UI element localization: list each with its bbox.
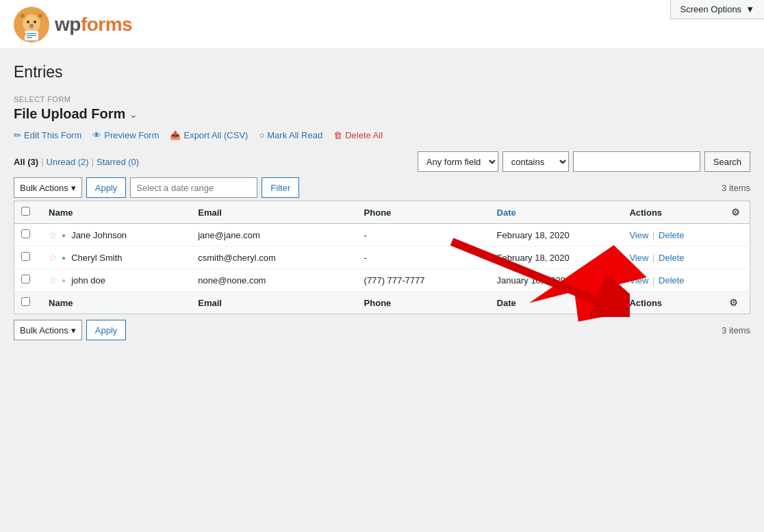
row-name-3: ☆ ● john doe <box>42 269 191 292</box>
table-header-row: Name Email Phone Date Actions <box>14 201 750 224</box>
row-actions-2: View | Delete <box>622 246 722 269</box>
row-gear-2 <box>722 246 750 269</box>
delete-link-3[interactable]: Delete <box>659 275 685 286</box>
svg-point-7 <box>27 21 29 23</box>
filter-links: All (3) | Unread (2) | Starred (0) <box>14 157 139 167</box>
bulk-actions-top-select[interactable]: Bulk Actions ▾ <box>14 177 82 198</box>
svg-point-6 <box>38 14 42 18</box>
table-footer-row: Name Email Phone Date Actions <box>14 292 750 314</box>
apply-bottom-button[interactable]: Apply <box>86 320 127 340</box>
filter-unread[interactable]: Unread (2) <box>47 157 89 167</box>
name-header: Name <box>42 201 191 224</box>
table-row: ☆ ● john doe none@none.com (777) 777-777… <box>14 269 750 292</box>
row-date-2: February 18, 2020 <box>490 246 623 269</box>
row-phone-3: (777) 777-7777 <box>357 269 490 292</box>
name-value-1: Jane Johnson <box>71 230 127 240</box>
gear-footer[interactable]: ⚙ <box>722 292 750 314</box>
export-icon: 📤 <box>170 130 181 140</box>
star-icon-2[interactable]: ☆ <box>49 252 58 263</box>
export-csv-link[interactable]: 📤 Export All (CSV) <box>170 130 248 140</box>
select-all-checkbox[interactable] <box>21 207 30 216</box>
row-email-1: jane@jane.com <box>191 224 357 246</box>
preview-form-link[interactable]: 👁 Preview Form <box>92 130 159 140</box>
preview-form-label: Preview Form <box>104 130 159 140</box>
row-phone-2: - <box>357 246 490 269</box>
select-all-checkbox-bottom[interactable] <box>21 297 30 306</box>
bulk-actions-bottom-label: Bulk Actions <box>20 325 68 335</box>
row-check-2 <box>14 246 42 269</box>
row-checkbox-2[interactable] <box>21 252 30 261</box>
delete-link-2[interactable]: Delete <box>659 253 685 263</box>
phone-header: Phone <box>357 201 490 224</box>
screen-options-button[interactable]: Screen Options ▼ <box>670 0 764 19</box>
row-name-1: ☆ ● Jane Johnson <box>42 224 191 246</box>
select-form-label: SELECT FORM <box>14 95 750 103</box>
edit-form-label: Edit This Form <box>24 130 81 140</box>
row-actions-1: View | Delete <box>622 224 722 246</box>
eye-icon: 👁 <box>92 130 101 140</box>
read-dot-3[interactable]: ● <box>62 277 66 284</box>
bulk-actions-top-label: Bulk Actions <box>20 183 68 193</box>
screen-options-label: Screen Options <box>680 4 742 14</box>
read-dot-2[interactable]: ● <box>62 254 66 262</box>
star-icon-3[interactable]: ☆ <box>49 275 58 286</box>
entries-table: Name Email Phone Date Actions <box>14 201 750 314</box>
search-area: Any form field Name Email Phone contains… <box>418 151 750 172</box>
mark-all-read-label: Mark All Read <box>267 130 322 140</box>
gear-icon[interactable]: ⚙ <box>731 207 740 218</box>
filter-button[interactable]: Filter <box>262 177 299 198</box>
svg-point-4 <box>21 14 25 18</box>
circle-icon: ○ <box>259 130 264 140</box>
row-phone-1: - <box>357 224 490 246</box>
form-name: File Upload Form <box>14 106 125 122</box>
search-field-select[interactable]: Any form field Name Email Phone <box>418 151 498 172</box>
search-input[interactable] <box>573 151 700 172</box>
svg-point-9 <box>29 24 34 27</box>
bulk-actions-top-row: Bulk Actions ▾ Apply Filter 3 items <box>14 177 750 198</box>
delete-link-1[interactable]: Delete <box>659 230 685 240</box>
row-checkbox-3[interactable] <box>21 275 30 283</box>
filter-starred[interactable]: Starred (0) <box>97 157 139 167</box>
email-header: Email <box>191 201 357 224</box>
edit-form-link[interactable]: ✏ Edit This Form <box>14 130 81 140</box>
filter-all[interactable]: All (3) <box>14 157 38 167</box>
row-actions-3: View | Delete <box>622 269 722 292</box>
row-check-1 <box>14 224 42 246</box>
gear-icon-footer[interactable]: ⚙ <box>729 297 738 308</box>
view-link-2[interactable]: View <box>629 253 648 263</box>
delete-all-link[interactable]: 🗑 Delete All <box>333 130 383 140</box>
search-condition-select[interactable]: contains equals starts with <box>502 151 569 172</box>
star-icon-1[interactable]: ☆ <box>49 229 58 240</box>
row-email-3: none@none.com <box>191 269 357 292</box>
select-all-header <box>14 201 42 224</box>
actions-footer: Actions <box>622 292 722 314</box>
name-value-2: Cheryl Smith <box>71 253 122 263</box>
view-link-1[interactable]: View <box>629 230 648 240</box>
read-dot-1[interactable]: ● <box>62 231 66 239</box>
edit-icon: ✏ <box>14 130 21 140</box>
gear-header[interactable]: ⚙ <box>722 201 750 224</box>
chevron-down-icon: ▼ <box>746 4 754 14</box>
form-selector-chevron[interactable]: ⌄ <box>129 109 138 120</box>
date-header[interactable]: Date <box>490 201 623 224</box>
bulk-actions-bottom-row: Bulk Actions ▾ Apply 3 items <box>14 320 750 340</box>
mark-all-read-link[interactable]: ○ Mark All Read <box>259 130 322 140</box>
email-footer: Email <box>191 292 357 314</box>
bulk-actions-bottom-select[interactable]: Bulk Actions ▾ <box>14 320 82 340</box>
admin-header: wpforms Screen Options ▼ <box>0 0 764 49</box>
form-selector: File Upload Form ⌄ <box>14 106 750 122</box>
row-email-2: csmith@cheryl.com <box>191 246 357 269</box>
export-csv-label: Export All (CSV) <box>183 130 248 140</box>
row-check-3 <box>14 269 42 292</box>
row-gear-1 <box>722 224 750 246</box>
svg-point-8 <box>34 21 36 23</box>
view-link-3[interactable]: View <box>629 275 648 286</box>
svg-point-14 <box>21 32 26 36</box>
apply-top-button[interactable]: Apply <box>86 177 127 198</box>
row-date-1: February 18, 2020 <box>490 224 623 246</box>
select-all-footer <box>14 292 42 314</box>
table-row: ☆ ● Cheryl Smith csmith@cheryl.com - Feb… <box>14 246 750 269</box>
search-button[interactable]: Search <box>704 151 750 172</box>
row-checkbox-1[interactable] <box>21 229 30 238</box>
date-range-input[interactable] <box>130 177 257 198</box>
